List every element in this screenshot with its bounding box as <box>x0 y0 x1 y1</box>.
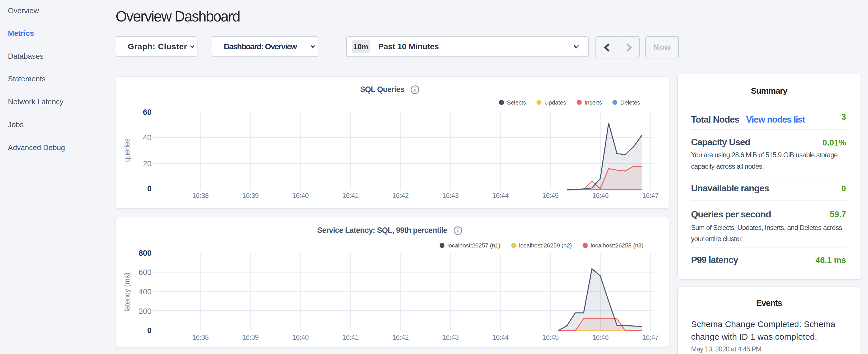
svg-text:16:46: 16:46 <box>592 333 609 341</box>
svg-text:16:46: 16:46 <box>592 192 609 199</box>
svg-text:latency (ms): latency (ms) <box>123 273 131 312</box>
svg-text:16:47: 16:47 <box>642 192 658 199</box>
svg-text:16:40: 16:40 <box>292 333 309 341</box>
svg-text:16:38: 16:38 <box>192 333 209 341</box>
svg-text:200: 200 <box>139 307 152 316</box>
svg-text:16:43: 16:43 <box>442 333 459 341</box>
svg-text:0: 0 <box>147 185 152 193</box>
svg-text:queries: queries <box>123 138 131 162</box>
svg-text:16:42: 16:42 <box>392 333 409 341</box>
svg-text:16:40: 16:40 <box>292 192 309 199</box>
svg-text:20: 20 <box>143 160 152 168</box>
svg-text:16:44: 16:44 <box>492 333 509 341</box>
svg-text:16:45: 16:45 <box>542 192 559 199</box>
svg-text:40: 40 <box>143 133 152 142</box>
svg-text:16:39: 16:39 <box>242 333 258 341</box>
svg-text:16:38: 16:38 <box>192 192 209 199</box>
svg-text:600: 600 <box>139 268 152 277</box>
svg-text:16:39: 16:39 <box>242 192 258 199</box>
svg-text:16:41: 16:41 <box>342 192 359 199</box>
svg-text:16:41: 16:41 <box>342 333 359 341</box>
svg-text:60: 60 <box>143 108 152 117</box>
svg-text:800: 800 <box>139 249 152 257</box>
svg-text:16:45: 16:45 <box>542 333 559 341</box>
svg-text:16:47: 16:47 <box>642 333 658 341</box>
svg-text:0: 0 <box>147 326 152 335</box>
svg-text:16:43: 16:43 <box>442 192 459 199</box>
svg-text:16:42: 16:42 <box>392 192 409 199</box>
svg-text:16:44: 16:44 <box>492 192 509 199</box>
svg-text:400: 400 <box>139 288 152 296</box>
